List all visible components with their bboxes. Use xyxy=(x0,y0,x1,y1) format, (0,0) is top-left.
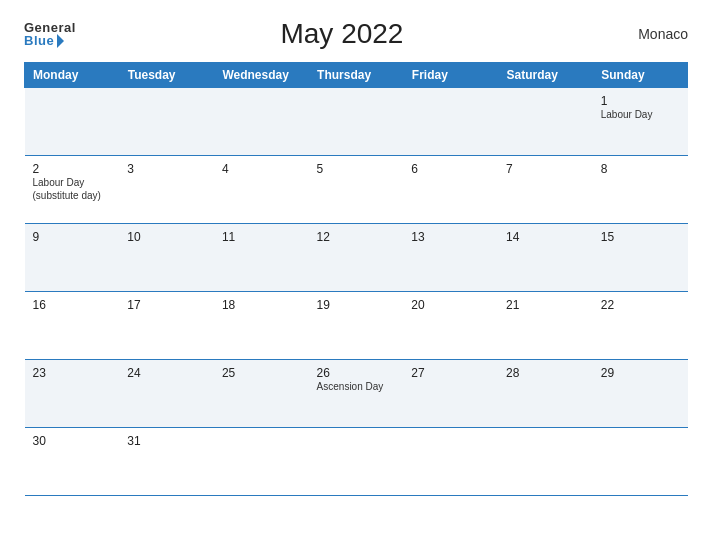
calendar-cell: 4 xyxy=(214,156,309,224)
calendar-cell xyxy=(214,88,309,156)
calendar-cell: 30 xyxy=(25,428,120,496)
day-number: 5 xyxy=(317,162,396,176)
day-number: 24 xyxy=(127,366,206,380)
calendar-cell: 1Labour Day xyxy=(593,88,688,156)
day-number: 21 xyxy=(506,298,585,312)
day-number: 7 xyxy=(506,162,585,176)
country-label: Monaco xyxy=(608,26,688,42)
calendar-cell: 17 xyxy=(119,292,214,360)
col-friday: Friday xyxy=(403,63,498,88)
calendar-header-row: Monday Tuesday Wednesday Thursday Friday… xyxy=(25,63,688,88)
calendar-cell xyxy=(498,428,593,496)
day-number: 8 xyxy=(601,162,680,176)
col-tuesday: Tuesday xyxy=(119,63,214,88)
calendar-cell xyxy=(119,88,214,156)
day-number: 28 xyxy=(506,366,585,380)
day-number: 15 xyxy=(601,230,680,244)
calendar-cell xyxy=(309,428,404,496)
calendar-body: 1Labour Day2Labour Day(substitute day)34… xyxy=(25,88,688,496)
day-number: 16 xyxy=(33,298,112,312)
col-saturday: Saturday xyxy=(498,63,593,88)
calendar-cell xyxy=(309,88,404,156)
day-number: 23 xyxy=(33,366,112,380)
calendar-cell: 29 xyxy=(593,360,688,428)
calendar-header: General Blue May 2022 Monaco xyxy=(24,18,688,50)
logo-triangle-icon xyxy=(57,34,64,48)
calendar-cell: 27 xyxy=(403,360,498,428)
calendar-cell: 2Labour Day(substitute day) xyxy=(25,156,120,224)
calendar-cell: 16 xyxy=(25,292,120,360)
calendar-cell xyxy=(403,88,498,156)
calendar-cell: 21 xyxy=(498,292,593,360)
calendar-cell: 6 xyxy=(403,156,498,224)
day-event: Ascension Day xyxy=(317,380,396,393)
calendar-cell xyxy=(214,428,309,496)
calendar-week-row: 1Labour Day xyxy=(25,88,688,156)
calendar-cell: 31 xyxy=(119,428,214,496)
day-number: 1 xyxy=(601,94,680,108)
day-number: 3 xyxy=(127,162,206,176)
day-number: 29 xyxy=(601,366,680,380)
calendar-cell xyxy=(498,88,593,156)
day-number: 2 xyxy=(33,162,112,176)
calendar-week-row: 23242526Ascension Day272829 xyxy=(25,360,688,428)
calendar-page: General Blue May 2022 Monaco Monday Tues… xyxy=(0,0,712,550)
day-number: 4 xyxy=(222,162,301,176)
day-number: 13 xyxy=(411,230,490,244)
day-number: 27 xyxy=(411,366,490,380)
calendar-cell xyxy=(403,428,498,496)
logo-blue-text: Blue xyxy=(24,34,64,48)
day-event: Labour Day xyxy=(601,108,680,121)
calendar-cell: 25 xyxy=(214,360,309,428)
day-number: 10 xyxy=(127,230,206,244)
calendar-cell xyxy=(25,88,120,156)
calendar-cell: 20 xyxy=(403,292,498,360)
calendar-cell: 14 xyxy=(498,224,593,292)
day-number: 14 xyxy=(506,230,585,244)
day-number: 19 xyxy=(317,298,396,312)
day-number: 22 xyxy=(601,298,680,312)
calendar-cell: 5 xyxy=(309,156,404,224)
calendar-cell: 10 xyxy=(119,224,214,292)
calendar-cell: 18 xyxy=(214,292,309,360)
col-thursday: Thursday xyxy=(309,63,404,88)
calendar-cell: 28 xyxy=(498,360,593,428)
calendar-cell xyxy=(593,428,688,496)
calendar-cell: 22 xyxy=(593,292,688,360)
calendar-week-row: 16171819202122 xyxy=(25,292,688,360)
calendar-cell: 12 xyxy=(309,224,404,292)
day-number: 11 xyxy=(222,230,301,244)
calendar-cell: 26Ascension Day xyxy=(309,360,404,428)
calendar-cell: 11 xyxy=(214,224,309,292)
calendar-table: Monday Tuesday Wednesday Thursday Friday… xyxy=(24,62,688,496)
calendar-cell: 15 xyxy=(593,224,688,292)
col-monday: Monday xyxy=(25,63,120,88)
calendar-week-row: 9101112131415 xyxy=(25,224,688,292)
calendar-week-row: 2Labour Day(substitute day)345678 xyxy=(25,156,688,224)
day-number: 6 xyxy=(411,162,490,176)
col-wednesday: Wednesday xyxy=(214,63,309,88)
day-event: Labour Day(substitute day) xyxy=(33,176,112,202)
day-number: 18 xyxy=(222,298,301,312)
logo: General Blue xyxy=(24,21,76,48)
day-number: 25 xyxy=(222,366,301,380)
calendar-week-row: 3031 xyxy=(25,428,688,496)
col-sunday: Sunday xyxy=(593,63,688,88)
day-number: 17 xyxy=(127,298,206,312)
day-number: 30 xyxy=(33,434,112,448)
calendar-cell: 7 xyxy=(498,156,593,224)
day-number: 31 xyxy=(127,434,206,448)
calendar-cell: 13 xyxy=(403,224,498,292)
calendar-cell: 8 xyxy=(593,156,688,224)
day-number: 26 xyxy=(317,366,396,380)
calendar-cell: 9 xyxy=(25,224,120,292)
logo-general-text: General xyxy=(24,21,76,34)
calendar-cell: 19 xyxy=(309,292,404,360)
calendar-title: May 2022 xyxy=(76,18,608,50)
day-number: 20 xyxy=(411,298,490,312)
day-number: 12 xyxy=(317,230,396,244)
calendar-cell: 23 xyxy=(25,360,120,428)
calendar-cell: 3 xyxy=(119,156,214,224)
day-number: 9 xyxy=(33,230,112,244)
calendar-cell: 24 xyxy=(119,360,214,428)
